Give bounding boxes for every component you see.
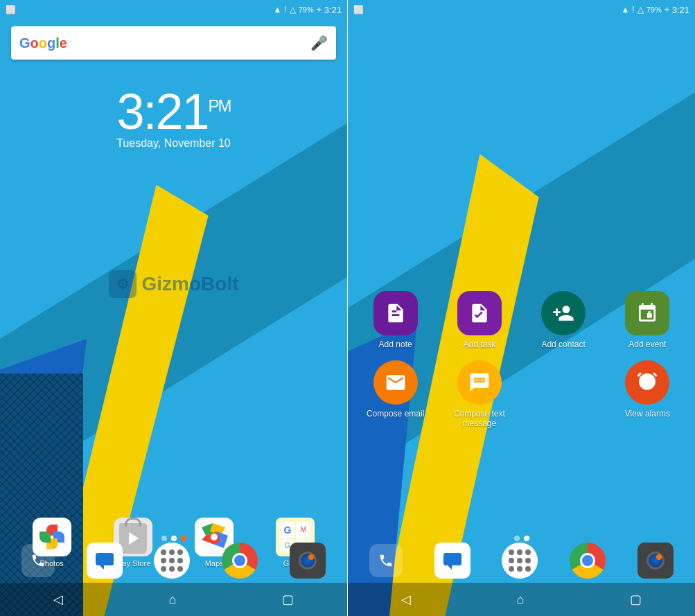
r-dot-4 <box>509 558 514 563</box>
right-apps-icon <box>502 543 538 579</box>
right-back-btn[interactable]: ◁ <box>396 586 416 613</box>
dot-grid-4 <box>161 558 166 563</box>
right-battery-label: 79% <box>646 6 662 14</box>
google-search-bar[interactable]: Google 🎤 <box>11 26 336 60</box>
clock-date: Tuesday, November 10 <box>0 137 347 150</box>
shortcut-view-alarms[interactable]: View alarms <box>613 360 682 428</box>
mic-icon[interactable]: 🎤 <box>310 35 328 51</box>
clock-time: 3:21PM <box>0 83 347 140</box>
chrome-icon <box>222 543 258 579</box>
right-dock-apps[interactable] <box>502 543 538 579</box>
phone-icon <box>21 544 55 577</box>
shortcuts-row-2: Compose email Compose text message View … <box>353 360 689 428</box>
right-camera-body <box>646 552 665 570</box>
shortcut-add-task[interactable]: Add task <box>445 291 514 349</box>
right-notification-icon: ! <box>632 5 634 15</box>
dot-grid-6 <box>177 558 183 563</box>
r-dot-1 <box>509 549 514 555</box>
notification-icon: ! <box>284 5 286 15</box>
right-status-time: 3:21 <box>672 5 689 15</box>
right-dots-grid <box>509 549 531 572</box>
svg-rect-7 <box>96 553 114 565</box>
empty-slot <box>541 360 586 405</box>
chrome-inner <box>232 553 247 568</box>
compose-email-icon <box>373 360 418 405</box>
right-dock-camera[interactable] <box>637 543 674 579</box>
shortcuts-row-1: Add note Add task Add contact <box>353 291 689 349</box>
right-dock-bar <box>348 537 695 579</box>
dot-grid-2 <box>169 549 175 555</box>
compose-text-icon <box>457 360 502 405</box>
r-dot-9 <box>525 566 531 572</box>
add-task-icon <box>457 291 502 335</box>
right-signal-icon: △ <box>637 5 644 15</box>
right-screenshot-icon: ⬜ <box>353 5 364 15</box>
dock-messages[interactable] <box>87 543 123 579</box>
dock-phone[interactable] <box>21 544 55 577</box>
right-dock-messages[interactable] <box>434 543 470 579</box>
r-dot-2 <box>517 549 522 555</box>
right-status-right: ▲ ! △ 79% + 3:21 <box>621 5 689 15</box>
left-home-btn[interactable]: ⌂ <box>164 587 182 613</box>
dot-grid-9 <box>177 566 183 572</box>
dock-apps[interactable] <box>154 543 190 579</box>
dot-grid-7 <box>161 566 166 572</box>
wifi-icon: ▲ <box>273 5 281 15</box>
add-task-label: Add task <box>464 340 496 349</box>
right-recent-btn[interactable]: ▢ <box>624 586 647 613</box>
add-contact-icon <box>541 291 586 335</box>
dot-grid-8 <box>169 566 175 572</box>
right-dock-phone[interactable] <box>369 544 403 577</box>
shortcut-compose-email[interactable]: Compose email <box>361 360 430 428</box>
shortcut-compose-text[interactable]: Compose text message <box>445 360 514 428</box>
r-dot-6 <box>525 558 531 563</box>
google-logo: Google <box>19 35 67 51</box>
right-chrome-icon <box>570 543 606 579</box>
svg-marker-10 <box>448 565 452 570</box>
add-event-icon <box>625 291 669 335</box>
shortcut-empty <box>529 360 598 428</box>
view-alarms-label: View alarms <box>625 409 670 419</box>
right-status-left: ⬜ <box>353 5 364 15</box>
right-home-btn[interactable]: ⌂ <box>511 587 530 613</box>
charging-icon: + <box>317 5 322 15</box>
dot-grid-5 <box>169 558 175 563</box>
signal-icon: △ <box>290 5 296 15</box>
view-alarms-icon <box>625 360 669 405</box>
apps-icon <box>154 543 190 579</box>
add-event-label: Add event <box>628 340 666 349</box>
left-back-btn[interactable]: ◁ <box>48 586 69 613</box>
shortcuts-grid: Add note Add task Add contact <box>348 291 695 439</box>
dock-camera[interactable] <box>290 543 326 579</box>
right-wifi-icon: ▲ <box>621 5 629 15</box>
shortcut-add-note[interactable]: Add note <box>361 291 430 349</box>
r-dot-8 <box>517 566 522 572</box>
add-note-icon <box>373 291 418 335</box>
messages-icon <box>87 543 123 579</box>
shortcut-add-event[interactable]: Add event <box>613 291 682 349</box>
right-chrome-inner <box>580 553 595 568</box>
left-nav-bar: ◁ ⌂ ▢ <box>0 583 347 616</box>
right-messages-icon <box>434 543 470 579</box>
shortcut-add-contact[interactable]: Add contact <box>529 291 598 349</box>
right-status-bar: ⬜ ▲ ! △ 79% + 3:21 <box>348 0 695 19</box>
watermark-icon: ⚙ <box>109 270 137 298</box>
right-phone-screen: ⬜ ▲ ! △ 79% + 3:21 Add note <box>348 0 695 616</box>
camera-body <box>299 552 317 570</box>
right-camera-lens <box>646 552 665 570</box>
left-recent-btn[interactable]: ▢ <box>276 586 299 613</box>
left-status-left: ⬜ <box>6 5 16 15</box>
dot-grid-3 <box>177 549 183 555</box>
compose-text-label: Compose text message <box>445 409 514 428</box>
right-dock-chrome[interactable] <box>570 543 606 579</box>
right-charging-icon: + <box>665 5 669 15</box>
r-dot-7 <box>509 566 514 572</box>
clock-widget: 3:21PM Tuesday, November 10 <box>0 83 347 150</box>
battery-label: 79% <box>299 6 314 14</box>
dock-chrome[interactable] <box>222 543 258 579</box>
left-status-time: 3:21 <box>324 5 342 15</box>
right-phone-icon <box>369 544 403 577</box>
svg-rect-9 <box>443 553 461 565</box>
r-dot-5 <box>517 558 522 563</box>
right-camera-icon <box>637 543 674 579</box>
